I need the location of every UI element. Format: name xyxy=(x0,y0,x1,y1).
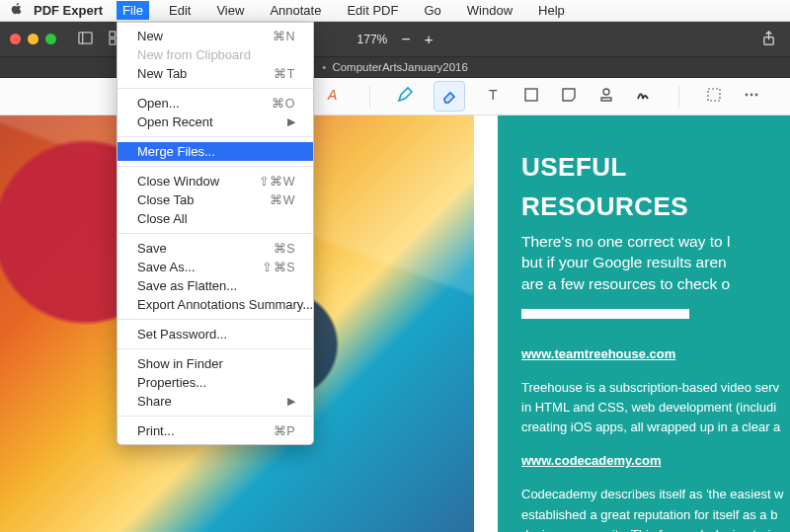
close-window-button[interactable] xyxy=(10,34,21,44)
svg-rect-11 xyxy=(708,89,720,101)
menu-view[interactable]: View xyxy=(210,1,250,20)
menu-divider xyxy=(118,136,313,137)
shape-icon[interactable] xyxy=(522,86,540,107)
file-menu-item[interactable]: Save As...⇧⌘S xyxy=(118,258,313,276)
more-tools-icon[interactable] xyxy=(743,86,760,107)
submenu-arrow-icon: ▶ xyxy=(287,115,295,128)
file-menu-item[interactable]: New⌘N xyxy=(118,27,313,45)
submenu-arrow-icon: ▶ xyxy=(287,395,295,408)
modified-indicator-icon: • xyxy=(322,61,326,73)
apple-icon[interactable] xyxy=(10,2,24,19)
app-name[interactable]: PDF Expert xyxy=(34,3,103,18)
file-menu-item[interactable]: Save as Flatten... xyxy=(118,276,313,295)
menu-divider xyxy=(118,416,313,417)
window-controls xyxy=(10,34,56,44)
heading: USEFUL RESOURCES xyxy=(521,147,790,227)
svg-rect-9 xyxy=(525,89,537,101)
zoom-out-button[interactable]: − xyxy=(401,31,410,48)
file-menu-item[interactable]: Open Recent▶ xyxy=(118,113,313,131)
lead-text: There's no one correct way to l but if y… xyxy=(521,231,790,295)
svg-rect-0 xyxy=(79,32,92,42)
toolbar-separator xyxy=(678,86,679,108)
svg-point-12 xyxy=(746,94,749,97)
file-menu-item[interactable]: Export Annotations Summary... xyxy=(118,295,313,314)
menu-divider xyxy=(118,166,313,167)
fullscreen-window-button[interactable] xyxy=(45,34,56,44)
file-menu-item[interactable]: Print...⌘P xyxy=(118,421,313,440)
sidebar-toggle-icon[interactable] xyxy=(78,31,93,48)
text-tool-icon[interactable]: T xyxy=(485,86,503,107)
note-icon[interactable] xyxy=(560,86,578,107)
pen-icon[interactable] xyxy=(396,86,414,107)
svg-point-14 xyxy=(755,94,758,97)
svg-rect-4 xyxy=(110,38,116,44)
link-treehouse[interactable]: www.teamtreehouse.com xyxy=(521,346,675,361)
file-menu-item[interactable]: Close Tab⌘W xyxy=(118,190,313,209)
menu-go[interactable]: Go xyxy=(418,1,446,20)
menu-divider xyxy=(118,319,313,320)
file-menu-item[interactable]: Save⌘S xyxy=(118,239,313,258)
system-menubar: PDF Expert File Edit View Annotate Edit … xyxy=(0,0,790,22)
menu-annotate[interactable]: Annotate xyxy=(264,1,327,20)
menu-edit-pdf[interactable]: Edit PDF xyxy=(341,1,404,20)
paragraph-codecademy: Codecademy describes itself as 'the easi… xyxy=(521,485,790,532)
file-menu-item[interactable]: Merge Files... xyxy=(118,142,313,161)
svg-point-10 xyxy=(603,89,609,95)
menu-window[interactable]: Window xyxy=(461,1,518,20)
pdf-page-right: USEFUL RESOURCES There's no one correct … xyxy=(498,115,790,532)
signature-icon[interactable] xyxy=(635,86,653,107)
zoom-in-button[interactable]: + xyxy=(425,31,434,47)
file-menu-item[interactable]: Share▶ xyxy=(118,392,313,411)
menu-divider xyxy=(118,233,313,234)
zoom-control: 177% − + xyxy=(357,31,434,48)
file-menu-item[interactable]: Close All xyxy=(118,209,313,228)
document-tab-title: ComputerArtsJanuary2016 xyxy=(332,61,467,73)
document-tab[interactable]: • ComputerArtsJanuary2016 xyxy=(316,61,474,73)
eraser-icon[interactable] xyxy=(434,81,465,112)
file-menu-dropdown: New⌘NNew from ClipboardNew Tab⌘TOpen...⌘… xyxy=(117,22,314,445)
svg-text:A: A xyxy=(327,87,337,103)
share-icon[interactable] xyxy=(761,31,776,48)
file-menu-item[interactable]: Open...⌘O xyxy=(118,94,313,113)
svg-text:T: T xyxy=(489,87,498,103)
zoom-level[interactable]: 177% xyxy=(357,33,388,46)
svg-rect-2 xyxy=(110,31,116,37)
menu-divider xyxy=(118,348,313,349)
file-menu-item[interactable]: Show in Finder xyxy=(118,354,313,373)
paragraph-treehouse: Treehouse is a subscription-based video … xyxy=(521,378,790,437)
minimize-window-button[interactable] xyxy=(28,34,39,44)
file-menu-item: New from Clipboard xyxy=(118,45,313,64)
menu-help[interactable]: Help xyxy=(532,1,571,20)
page-gap xyxy=(474,115,498,532)
file-menu-item[interactable]: Properties... xyxy=(118,373,313,392)
divider-bar xyxy=(521,309,689,319)
text-style-icon[interactable]: A xyxy=(326,86,344,107)
stamp-icon[interactable] xyxy=(597,86,615,107)
svg-point-13 xyxy=(750,94,753,97)
menu-divider xyxy=(118,88,313,89)
menu-file[interactable]: File xyxy=(117,1,149,20)
file-menu-item[interactable]: Close Window⇧⌘W xyxy=(118,172,313,190)
toolbar-separator xyxy=(369,86,370,108)
file-menu-item[interactable]: New Tab⌘T xyxy=(118,64,313,83)
file-menu-item[interactable]: Set Password... xyxy=(118,325,313,343)
select-icon[interactable] xyxy=(705,86,723,107)
menu-edit[interactable]: Edit xyxy=(163,1,197,20)
link-codecademy[interactable]: www.codecademy.com xyxy=(521,453,662,468)
